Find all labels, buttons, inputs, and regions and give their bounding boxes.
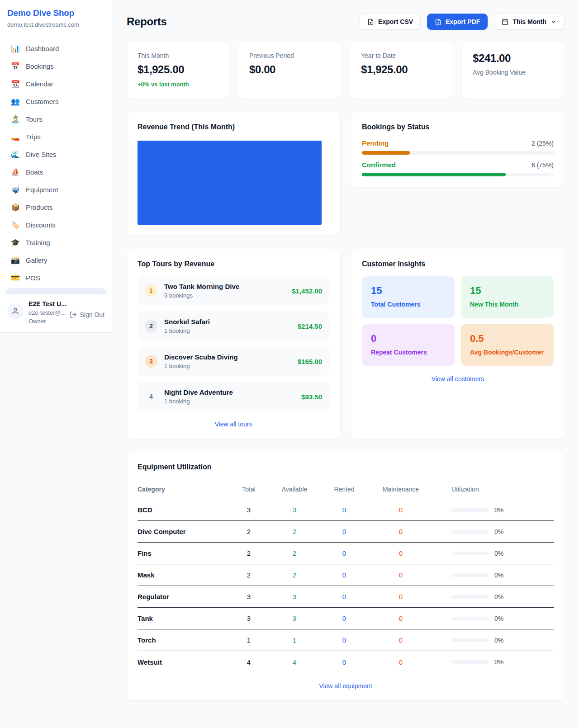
equipment-row-torch: Torch11000%	[138, 629, 554, 651]
equipment-icon: 🤿	[11, 186, 20, 194]
tour-name: Discover Scuba Diving	[164, 353, 238, 361]
revenue-trend-title: Revenue Trend (This Month)	[138, 123, 329, 131]
insight-tile-new-this-month: 15New This Month	[461, 276, 554, 318]
sidebar-item-trips[interactable]: 🚤Trips	[5, 128, 106, 146]
insight-tile-repeat-customers: 0Repeat Customers	[362, 324, 455, 366]
sidebar-item-boats[interactable]: ⛵Boats	[5, 163, 106, 181]
stat-cards-row: This Month$1,925.00+0% vs last monthPrev…	[127, 42, 565, 99]
tours-icon: 🏝️	[11, 116, 20, 123]
equipment-maintenance: 0	[369, 506, 432, 514]
boats-icon: ⛵	[11, 169, 20, 176]
equipment-utilization: 0%	[432, 593, 554, 600]
trips-icon: 🚤	[11, 133, 20, 141]
insight-value: 15	[371, 285, 446, 297]
equipment-category: Dive Computer	[138, 528, 228, 535]
insight-label: Repeat Customers	[371, 349, 446, 356]
sidebar-item-dashboard[interactable]: 📊Dashboard	[5, 40, 106, 57]
sidebar-item-dive-sites[interactable]: 🌊Dive Sites	[5, 146, 106, 163]
equipment-rented: 0	[319, 615, 369, 622]
customers-icon: 👥	[11, 98, 20, 105]
equipment-category: Fins	[138, 549, 228, 557]
sidebar-item-label: Training	[26, 239, 50, 246]
sidebar-item-label: Calendar	[26, 80, 53, 88]
utilization-bar	[451, 617, 489, 620]
column-header-utilization: Utilization	[432, 486, 554, 493]
rank-badge: 3	[145, 355, 157, 368]
tour-row-snorkel-safari: 2Snorkel Safari1 booking$214.50	[138, 312, 329, 340]
export-csv-button[interactable]: Export CSV	[360, 14, 421, 30]
sidebar-item-bookings[interactable]: 📅Bookings	[5, 57, 106, 75]
status-head: Confirmed6 (75%)	[362, 161, 554, 169]
equipment-row-dive-computer: Dive Computer22000%	[138, 521, 554, 543]
equipment-maintenance: 0	[369, 593, 432, 600]
view-all-customers-link[interactable]: View all customers	[362, 375, 554, 383]
insight-tiles: 15Total Customers15New This Month0Repeat…	[362, 276, 554, 366]
view-all-equipment-link[interactable]: View all equipment	[138, 682, 554, 690]
equipment-maintenance: 0	[369, 615, 432, 622]
export-pdf-button[interactable]: Export PDF	[427, 14, 488, 30]
sidebar-item-equipment[interactable]: 🤿Equipment	[5, 181, 106, 199]
sidebar-item-customers[interactable]: 👥Customers	[5, 93, 106, 110]
insights-row: Top Tours by Revenue 1Two Tank Morning D…	[127, 249, 565, 439]
insight-value: 0.5	[470, 333, 545, 345]
insight-tile-avg-bookings-customer: 0.5Avg Bookings/Customer	[461, 324, 554, 366]
equipment-utilization: 0%	[432, 615, 554, 622]
insight-label: Total Customers	[371, 301, 446, 308]
equipment-utilization: 0%	[432, 506, 554, 514]
page-title: Reports	[127, 15, 167, 28]
revenue-trend-panel: Revenue Trend (This Month)	[127, 112, 340, 236]
avatar	[7, 303, 24, 319]
sidebar-item-pos[interactable]: 💳POS	[5, 269, 106, 287]
equipment-utilization-panel: Equipment Utilization CategoryTotalAvail…	[127, 452, 565, 700]
period-dropdown[interactable]: This Month	[494, 14, 565, 30]
utilization-percent: 0%	[494, 593, 503, 600]
equipment-total: 2	[228, 549, 270, 557]
sidebar-item-gallery[interactable]: 📸Gallery	[5, 251, 106, 269]
status-row-confirmed: Confirmed6 (75%)	[362, 161, 554, 176]
equipment-row-bcd: BCD33000%	[138, 499, 554, 521]
equipment-rented: 0	[319, 636, 369, 644]
tour-bookings-count: 5 bookings	[164, 292, 239, 299]
tour-revenue: $214.50	[298, 322, 322, 330]
equipment-available: 4	[270, 658, 319, 666]
stat-value: $241.00	[473, 52, 554, 65]
person-icon	[11, 307, 19, 315]
sidebar-item-calendar[interactable]: 📆Calendar	[5, 75, 106, 93]
equipment-maintenance: 0	[369, 636, 432, 644]
sidebar-item-training[interactable]: 🎓Training	[5, 234, 106, 251]
equipment-utilization: 0%	[432, 658, 554, 666]
view-all-tours-link[interactable]: View all tours	[138, 421, 329, 428]
utilization-percent: 0%	[494, 506, 503, 514]
status-count: 6 (75%)	[532, 161, 554, 169]
equipment-maintenance: 0	[369, 571, 432, 579]
equipment-category: Torch	[138, 636, 228, 644]
file-download-icon	[367, 19, 374, 25]
status-label: Confirmed	[362, 161, 396, 169]
status-rows: Pending2 (25%)Confirmed6 (75%)	[362, 139, 554, 176]
chevron-down-icon	[551, 19, 557, 25]
equipment-total: 3	[228, 593, 270, 600]
sidebar-item-products[interactable]: 📦Products	[5, 199, 106, 216]
sign-out-button[interactable]: Sign Out	[70, 311, 104, 318]
stat-card-previous-period: Previous Period$0.00	[238, 42, 341, 99]
sidebar-item-discounts[interactable]: 🏷️Discounts	[5, 216, 106, 234]
sidebar-item-reports-active-partial[interactable]	[5, 288, 106, 294]
insight-value: 0	[371, 333, 446, 345]
sidebar-item-label: Discounts	[26, 221, 56, 229]
equipment-category: Wetsuit	[138, 658, 228, 666]
status-bar-fill	[362, 151, 410, 155]
equipment-utilization: 0%	[432, 637, 554, 644]
status-row-pending: Pending2 (25%)	[362, 139, 554, 155]
equipment-available: 2	[270, 549, 319, 557]
stat-label: Avg Booking Value	[473, 69, 554, 76]
main-content: Reports Export CSV Export PDF This Month…	[112, 0, 579, 720]
brand: Demo Dive Shop demo.test.divestreams.com	[0, 0, 112, 35]
utilization-percent: 0%	[494, 550, 503, 557]
equipment-rented: 0	[319, 549, 369, 557]
equipment-rented: 0	[319, 593, 369, 600]
pos-icon: 💳	[11, 274, 20, 282]
utilization-percent: 0%	[494, 572, 503, 579]
utilization-bar	[451, 508, 489, 512]
equipment-total: 3	[228, 506, 270, 514]
sidebar-item-tours[interactable]: 🏝️Tours	[5, 110, 106, 128]
